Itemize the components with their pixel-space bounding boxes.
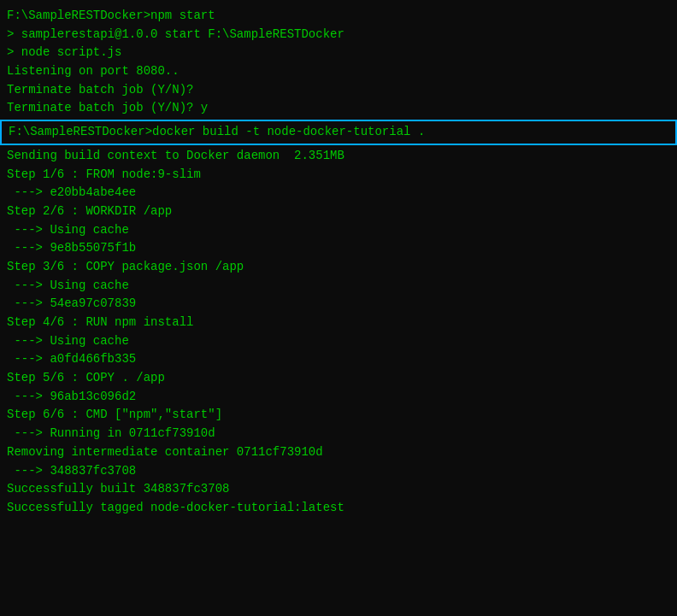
terminal-line: ---> Using cache [0, 277, 677, 296]
terminal-line: Step 5/6 : COPY . /app [0, 369, 677, 388]
terminal-line: Terminate batch job (Y/N)? y [0, 99, 677, 118]
terminal-line: Step 4/6 : RUN npm install [0, 314, 677, 332]
terminal-line: ---> 9e8b55075f1b [0, 239, 677, 258]
terminal-line: Terminate batch job (Y/N)? [0, 81, 677, 100]
terminal-line: ---> 54ea97c07839 [0, 295, 677, 314]
terminal-line: Sending build context to Docker daemon 2… [0, 147, 677, 166]
terminal-line: Step 6/6 : CMD ["npm","start"] [0, 406, 677, 425]
terminal-line: Successfully tagged node-docker-tutorial… [0, 499, 677, 518]
terminal-window: F:\SampleRESTDocker>npm start> sampleres… [0, 0, 677, 616]
terminal-line: ---> Using cache [0, 332, 677, 351]
terminal-line: Step 1/6 : FROM node:9-slim [0, 166, 677, 185]
terminal-line: ---> 348837fc3708 [0, 462, 677, 481]
terminal-line: Listening on port 8080.. [0, 62, 677, 81]
terminal-line: Step 2/6 : WORKDIR /app [0, 202, 677, 221]
terminal-line: ---> a0fd466fb335 [0, 350, 677, 369]
terminal-line: ---> 96ab13c096d2 [0, 388, 677, 407]
terminal-line: Removing intermediate container 0711cf73… [0, 443, 677, 462]
terminal-line: > node script.js [0, 44, 677, 62]
highlighted-command-line: F:\SampleRESTDocker>docker build -t node… [0, 120, 677, 145]
terminal-line: F:\SampleRESTDocker>npm start [0, 7, 677, 26]
terminal-line: ---> e20bb4abe4ee [0, 184, 677, 202]
terminal-line: Step 3/6 : COPY package.json /app [0, 258, 677, 277]
terminal-line: ---> Running in 0711cf73910d [0, 425, 677, 443]
terminal-line: Successfully built 348837fc3708 [0, 480, 677, 499]
terminal-line: > samplerestapi@1.0.0 start F:\SampleRES… [0, 26, 677, 44]
terminal-line: ---> Using cache [0, 221, 677, 240]
